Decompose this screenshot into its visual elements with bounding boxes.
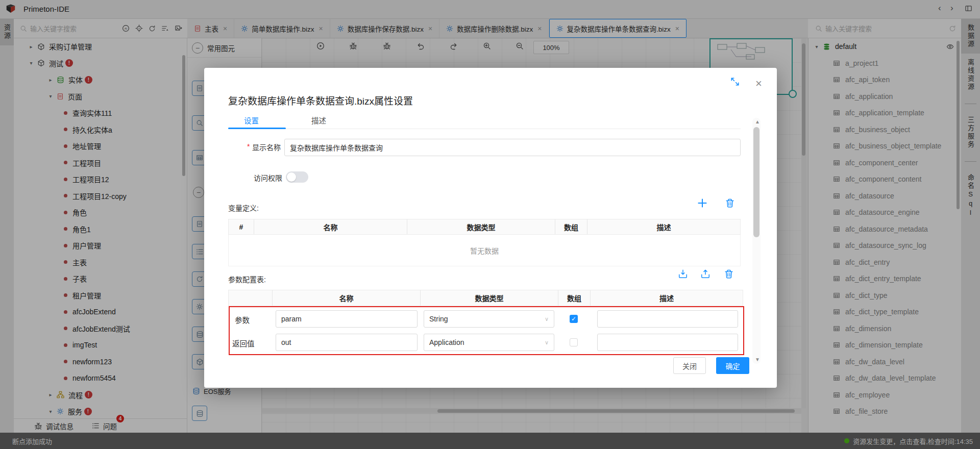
display-name-input[interactable]: 复杂数据库操作单条数据查询: [284, 139, 741, 156]
required-asterisk: *: [247, 142, 250, 151]
tab-active-indicator: [228, 128, 286, 129]
tab-divider: [228, 129, 741, 129]
variables-table-header: # 名称 数据类型 数组 描述: [228, 219, 741, 235]
variables-label: 变量定义:: [228, 203, 259, 213]
tab-description[interactable]: 描述: [311, 115, 326, 126]
access-toggle[interactable]: [286, 171, 308, 183]
dialog-scrollbar[interactable]: [752, 118, 761, 364]
parameters-table-header: 名称 数据类型 数组 描述: [228, 290, 743, 306]
parameters-label: 参数配置表:: [228, 274, 266, 284]
dialog-title: 复杂数据库操作单条数据查询.bizx属性设置: [228, 93, 413, 107]
highlight-rectangle: [229, 306, 744, 355]
scroll-down-icon[interactable]: ▼: [755, 357, 760, 362]
properties-dialog: 复杂数据库操作单条数据查询.bizx属性设置 × 设置 描述 * 显示名称 复杂…: [204, 68, 777, 388]
ok-button[interactable]: 确定: [716, 357, 749, 374]
close-icon[interactable]: ×: [755, 77, 762, 90]
access-label: 访问权限: [254, 172, 282, 183]
primeton-ide-window: Primeton-IDE ‹ › 资源 输入关键字搜索 AI 主表×简单数据库操…: [0, 0, 980, 449]
display-name-label: 显示名称: [252, 142, 281, 152]
scroll-up-icon[interactable]: ▲: [755, 119, 760, 124]
tab-settings[interactable]: 设置: [244, 115, 259, 126]
variables-empty-state: 暂无数据: [228, 235, 741, 266]
close-button[interactable]: 关闭: [673, 357, 706, 374]
